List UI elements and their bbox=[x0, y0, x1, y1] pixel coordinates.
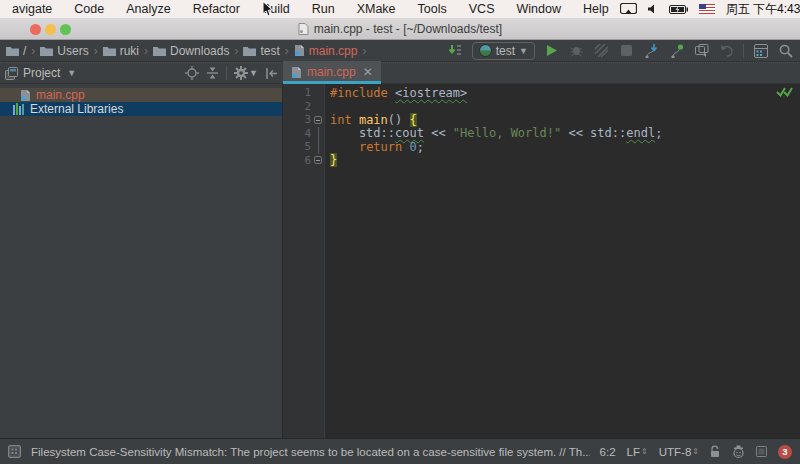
fold-marker-icon[interactable] bbox=[311, 154, 325, 168]
window-title: main.cpp - test - [~/Downloads/test] bbox=[298, 22, 502, 36]
status-message[interactable]: Filesystem Case-Sensitivity Mismatch: Th… bbox=[31, 446, 590, 458]
menu-item-build[interactable]: Build bbox=[251, 2, 301, 16]
code-editor[interactable]: 1#include <iostream>23int main() {4 std:… bbox=[283, 84, 800, 438]
line-number[interactable]: 4 bbox=[283, 127, 311, 140]
cpp-file-icon bbox=[291, 66, 302, 79]
code-line[interactable]: 1#include <iostream> bbox=[283, 86, 800, 100]
chevron-down-icon[interactable]: ▼ bbox=[67, 68, 76, 78]
toolwindow-switcher-icon[interactable] bbox=[8, 445, 21, 458]
unlock-icon[interactable] bbox=[710, 445, 721, 458]
line-number[interactable]: 6 bbox=[283, 154, 311, 167]
line-number[interactable]: 1 bbox=[283, 86, 311, 99]
library-icon bbox=[13, 103, 25, 115]
code-text[interactable]: int main() { bbox=[325, 113, 417, 127]
run-configuration-select[interactable]: test ▼ bbox=[472, 42, 535, 60]
fold-marker-icon[interactable] bbox=[311, 113, 325, 127]
code-token: } bbox=[330, 153, 337, 167]
code-text[interactable]: } bbox=[325, 153, 337, 167]
inspections-ok-icon[interactable] bbox=[776, 86, 793, 98]
folder-icon bbox=[40, 46, 53, 56]
find-icon[interactable] bbox=[777, 42, 794, 59]
code-line[interactable]: 5 return 0; bbox=[283, 140, 800, 154]
code-line[interactable]: 2 bbox=[283, 100, 800, 114]
screen: avigateCodeAnalyzeRefactorBuildRunXMakeT… bbox=[0, 0, 800, 464]
menu-item-run[interactable]: Run bbox=[301, 2, 346, 16]
hector-icon[interactable] bbox=[732, 445, 745, 459]
window-title-bar[interactable]: main.cpp - test - [~/Downloads/test] bbox=[0, 18, 800, 40]
screen-mirroring-icon[interactable] bbox=[620, 3, 637, 15]
breadcrumb-item-[interactable]: / bbox=[6, 44, 26, 58]
document-icon bbox=[298, 23, 309, 35]
code-text[interactable]: #include <iostream> bbox=[325, 86, 467, 100]
code-token bbox=[352, 113, 359, 127]
cpp-file-icon bbox=[294, 44, 305, 57]
breadcrumb-item-ruki[interactable]: ruki bbox=[103, 44, 139, 58]
fold-gutter bbox=[311, 100, 325, 114]
volume-icon[interactable] bbox=[648, 4, 658, 14]
close-window-button[interactable] bbox=[30, 24, 41, 35]
code-token: cout bbox=[395, 126, 424, 140]
code-token: ; bbox=[655, 126, 662, 140]
us-flag-icon[interactable] bbox=[699, 4, 715, 14]
menu-item-avigate[interactable]: avigate bbox=[1, 2, 63, 16]
rollback-icon[interactable] bbox=[718, 42, 735, 59]
code-line[interactable]: 3int main() { bbox=[283, 113, 800, 127]
menu-item-code[interactable]: Code bbox=[63, 2, 115, 16]
code-line[interactable]: 6} bbox=[283, 154, 800, 168]
menu-item-tools[interactable]: Tools bbox=[407, 2, 458, 16]
toolbar-separator bbox=[743, 44, 744, 58]
line-number[interactable]: 5 bbox=[283, 140, 311, 153]
vcs-commit-icon[interactable] bbox=[668, 42, 685, 59]
breadcrumb-label: Downloads bbox=[170, 44, 229, 58]
code-token bbox=[402, 140, 409, 154]
vcs-shelf-icon[interactable] bbox=[693, 42, 710, 59]
tab-main-cpp[interactable]: main.cpp ✕ bbox=[283, 61, 381, 83]
stop-icon[interactable] bbox=[618, 42, 635, 59]
locate-icon[interactable] bbox=[185, 66, 199, 80]
vcs-update-icon[interactable] bbox=[643, 42, 660, 59]
code-line[interactable]: 4 std::cout << "Hello, World!" << std::e… bbox=[283, 127, 800, 141]
line-number[interactable]: 2 bbox=[283, 100, 311, 113]
line-separator-widget[interactable]: LF⇕ bbox=[627, 446, 648, 458]
code-token: { bbox=[410, 113, 417, 127]
window-grid-icon[interactable] bbox=[752, 42, 769, 59]
breadcrumb-item-test[interactable]: test bbox=[243, 44, 279, 58]
encoding-widget[interactable]: UTF-8⇕ bbox=[659, 446, 699, 458]
breadcrumb-item-downloads[interactable]: Downloads bbox=[153, 44, 229, 58]
zoom-window-button[interactable] bbox=[60, 24, 71, 35]
menu-item-help[interactable]: Help bbox=[572, 2, 620, 16]
code-text[interactable]: std::cout << "Hello, World!" << std::end… bbox=[325, 126, 662, 140]
collapse-all-icon[interactable] bbox=[206, 66, 219, 80]
folder-icon bbox=[243, 46, 256, 56]
minimize-window-button[interactable] bbox=[45, 24, 56, 35]
close-icon[interactable]: ✕ bbox=[361, 66, 373, 78]
coverage-icon[interactable] bbox=[593, 42, 610, 59]
project-header-title[interactable]: Project bbox=[23, 66, 60, 80]
code-token: #include bbox=[330, 86, 388, 100]
battery-icon[interactable] bbox=[669, 5, 688, 14]
caret-position-widget[interactable]: 6:2 bbox=[600, 446, 616, 458]
line-number[interactable]: 3 bbox=[283, 113, 311, 126]
menu-item-refactor[interactable]: Refactor bbox=[182, 2, 251, 16]
code-token: "Hello, World!" bbox=[453, 126, 561, 140]
code-token: return bbox=[359, 140, 402, 154]
menu-item-window[interactable]: Window bbox=[505, 2, 571, 16]
breadcrumb-item-users[interactable]: Users bbox=[40, 44, 88, 58]
code-token: << bbox=[424, 126, 453, 140]
code-text[interactable]: return 0; bbox=[325, 140, 424, 154]
settings-menu[interactable]: ▼ bbox=[234, 66, 258, 80]
project-tree-item-external-libraries[interactable]: External Libraries bbox=[0, 102, 282, 116]
menu-item-analyze[interactable]: Analyze bbox=[115, 2, 181, 16]
menu-item-vcs[interactable]: VCS bbox=[458, 2, 506, 16]
hide-panel-icon[interactable] bbox=[265, 67, 278, 80]
background-tasks-icon[interactable] bbox=[756, 446, 767, 457]
sync-icon[interactable] bbox=[447, 42, 464, 59]
menu-item-xmake[interactable]: XMake bbox=[346, 2, 407, 16]
menu-clock[interactable]: 周五 下午4:43 bbox=[726, 1, 800, 18]
project-tree-item-main-cpp[interactable]: main.cpp bbox=[0, 88, 282, 102]
breadcrumb-item-main-cpp[interactable]: main.cpp bbox=[294, 44, 358, 58]
debug-icon[interactable] bbox=[568, 42, 585, 59]
notification-badge[interactable]: 3 bbox=[778, 445, 792, 459]
header-strip: Project ▼ ▼ bbox=[0, 62, 800, 84]
run-button[interactable] bbox=[543, 42, 560, 59]
